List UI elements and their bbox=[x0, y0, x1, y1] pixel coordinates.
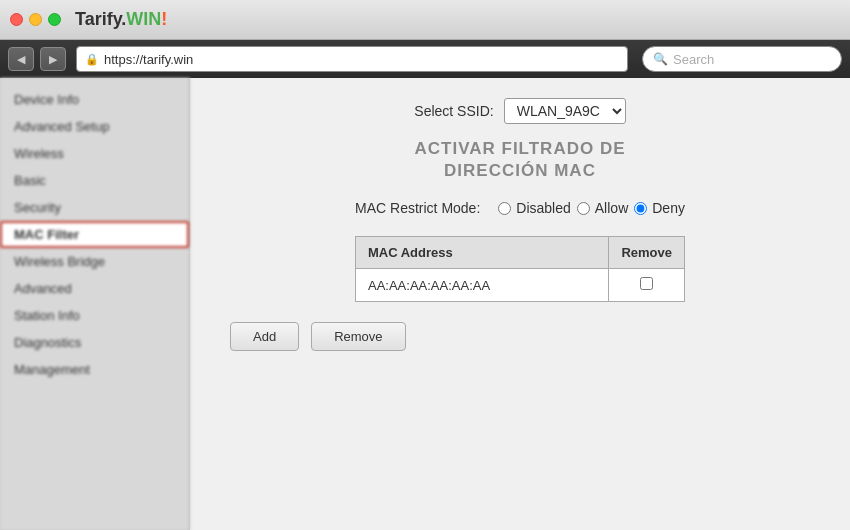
sidebar-item-wireless[interactable]: Wireless bbox=[0, 140, 189, 167]
forward-button[interactable]: ▶ bbox=[40, 47, 66, 71]
add-button[interactable]: Add bbox=[230, 322, 299, 351]
radio-group-restrict: Disabled Allow Deny bbox=[498, 200, 685, 216]
sidebar-item-advanced-setup[interactable]: Advanced Setup bbox=[0, 113, 189, 140]
radio-disabled[interactable] bbox=[498, 202, 511, 215]
sidebar-item-wireless-bridge[interactable]: Wireless Bridge bbox=[0, 248, 189, 275]
remove-cell bbox=[609, 269, 685, 302]
radio-deny-text: Deny bbox=[652, 200, 685, 216]
radio-deny-label[interactable]: Deny bbox=[634, 200, 685, 216]
mac-address-cell: AA:AA:AA:AA:AA:AA bbox=[356, 269, 609, 302]
sidebar-item-mac-filter[interactable]: MAC Filter bbox=[0, 221, 189, 248]
col-remove: Remove bbox=[609, 237, 685, 269]
back-button[interactable]: ◀ bbox=[8, 47, 34, 71]
sidebar-item-device-info[interactable]: Device Info bbox=[0, 86, 189, 113]
logo-tarify-text: Tarify. bbox=[75, 9, 126, 30]
close-button[interactable] bbox=[10, 13, 23, 26]
main-layout: Device Info Advanced Setup Wireless Basi… bbox=[0, 78, 850, 530]
mac-restrict-label: MAC Restrict Mode: bbox=[355, 200, 480, 216]
titlebar: Tarify. WIN ! bbox=[0, 0, 850, 40]
search-icon: 🔍 bbox=[653, 52, 668, 66]
action-buttons: Add Remove bbox=[220, 322, 820, 351]
maximize-button[interactable] bbox=[48, 13, 61, 26]
sidebar-item-basic[interactable]: Basic bbox=[0, 167, 189, 194]
navbar: ◀ ▶ 🔒 https://tarify.win 🔍 Search bbox=[0, 40, 850, 78]
radio-allow-label[interactable]: Allow bbox=[577, 200, 628, 216]
radio-disabled-label[interactable]: Disabled bbox=[498, 200, 570, 216]
sidebar-item-advanced[interactable]: Advanced bbox=[0, 275, 189, 302]
page-title-line2: DIRECCIÓN MAC bbox=[220, 160, 820, 182]
ssid-label: Select SSID: bbox=[414, 103, 493, 119]
forward-icon: ▶ bbox=[49, 53, 57, 66]
content-area: Select SSID: WLAN_9A9C ACTIVAR FILTRADO … bbox=[190, 78, 850, 530]
url-text: https://tarify.win bbox=[104, 52, 193, 67]
address-bar[interactable]: 🔒 https://tarify.win bbox=[76, 46, 628, 72]
ssid-row: Select SSID: WLAN_9A9C bbox=[220, 98, 820, 124]
page-title: ACTIVAR FILTRADO DE DIRECCIÓN MAC bbox=[220, 138, 820, 182]
page-title-line1: ACTIVAR FILTRADO DE bbox=[220, 138, 820, 160]
mac-restrict-row: MAC Restrict Mode: Disabled Allow Deny bbox=[220, 200, 820, 216]
sidebar-item-station-info[interactable]: Station Info bbox=[0, 302, 189, 329]
radio-allow-text: Allow bbox=[595, 200, 628, 216]
logo: Tarify. WIN ! bbox=[75, 9, 167, 30]
radio-allow[interactable] bbox=[577, 202, 590, 215]
sidebar-item-security[interactable]: Security bbox=[0, 194, 189, 221]
col-mac-address: MAC Address bbox=[356, 237, 609, 269]
mac-table-wrapper: MAC Address Remove AA:AA:AA:AA:AA:AA bbox=[355, 236, 685, 302]
logo-exclaim-text: ! bbox=[161, 9, 167, 30]
radio-disabled-text: Disabled bbox=[516, 200, 570, 216]
table-row: AA:AA:AA:AA:AA:AA bbox=[356, 269, 685, 302]
search-bar[interactable]: 🔍 Search bbox=[642, 46, 842, 72]
ssid-select[interactable]: WLAN_9A9C bbox=[504, 98, 626, 124]
sidebar-item-diagnostics[interactable]: Diagnostics bbox=[0, 329, 189, 356]
logo-win-text: WIN bbox=[126, 9, 161, 30]
radio-deny[interactable] bbox=[634, 202, 647, 215]
traffic-lights bbox=[10, 13, 61, 26]
lock-icon: 🔒 bbox=[85, 53, 99, 66]
search-placeholder: Search bbox=[673, 52, 714, 67]
remove-checkbox[interactable] bbox=[640, 277, 653, 290]
sidebar: Device Info Advanced Setup Wireless Basi… bbox=[0, 78, 190, 530]
sidebar-item-management[interactable]: Management bbox=[0, 356, 189, 383]
remove-button[interactable]: Remove bbox=[311, 322, 405, 351]
minimize-button[interactable] bbox=[29, 13, 42, 26]
back-icon: ◀ bbox=[17, 53, 25, 66]
mac-table: MAC Address Remove AA:AA:AA:AA:AA:AA bbox=[355, 236, 685, 302]
